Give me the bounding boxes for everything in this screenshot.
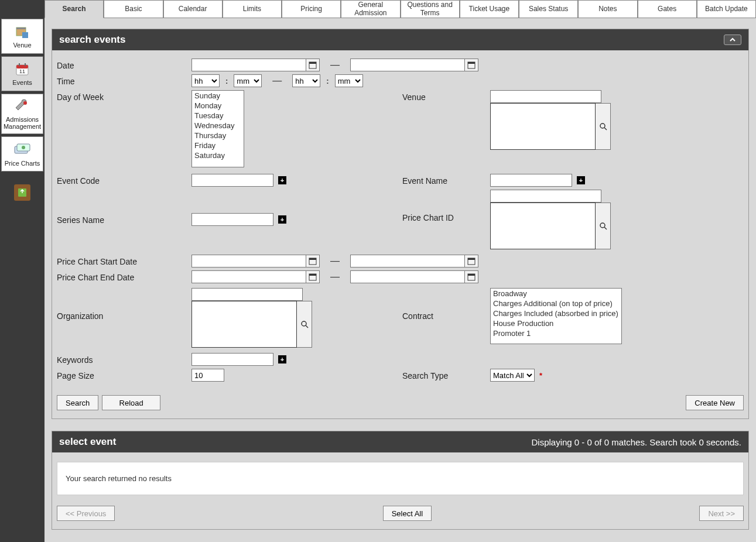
wrench-icon bbox=[14, 98, 30, 114]
pc-end-from-input[interactable] bbox=[191, 270, 306, 283]
price-chart-search-input[interactable] bbox=[490, 190, 601, 203]
time-from-hh-select[interactable]: hh bbox=[191, 74, 220, 87]
money-icon bbox=[14, 142, 30, 158]
tab-general-admission[interactable]: General Admission bbox=[341, 0, 400, 18]
calendar-picker-icon[interactable] bbox=[306, 270, 320, 283]
reload-button[interactable]: Reload bbox=[102, 395, 160, 410]
sidebar-label: Events bbox=[12, 79, 32, 86]
event-code-input[interactable] bbox=[191, 174, 273, 187]
svg-rect-29 bbox=[468, 274, 475, 276]
sidebar-label: Venue bbox=[13, 42, 31, 49]
price-chart-id-label: Price Chart ID bbox=[402, 190, 490, 222]
event-name-input[interactable] bbox=[490, 174, 572, 187]
svg-point-12 bbox=[22, 146, 25, 149]
series-label: Series Name bbox=[57, 213, 191, 225]
no-results-message: Your search returned no results bbox=[57, 462, 744, 495]
price-chart-search-list[interactable] bbox=[490, 203, 596, 249]
venue-search-input[interactable] bbox=[490, 90, 601, 103]
pc-start-to-input[interactable] bbox=[350, 255, 464, 267]
create-new-button[interactable]: Create New bbox=[686, 395, 744, 410]
collapse-icon[interactable] bbox=[724, 35, 741, 45]
day-of-week-list[interactable]: Sunday Monday Tuesday Wednesday Thursday… bbox=[191, 90, 244, 167]
tab-calendar[interactable]: Calendar bbox=[163, 0, 223, 18]
tab-batch-update[interactable]: Batch Update bbox=[697, 0, 756, 18]
plus-icon[interactable]: + bbox=[278, 176, 286, 184]
sidebar-label: Admissions Management bbox=[3, 116, 42, 130]
svg-point-20 bbox=[600, 223, 605, 228]
org-search-input[interactable] bbox=[191, 288, 303, 301]
pc-end-label: Price Chart End Date bbox=[57, 270, 191, 282]
svg-point-30 bbox=[302, 321, 306, 326]
select-all-button[interactable]: Select All bbox=[383, 506, 432, 521]
pc-end-to-input[interactable] bbox=[350, 270, 464, 283]
panel-header: select event Displaying 0 - 0 of 0 match… bbox=[52, 431, 748, 452]
sidebar-item-events[interactable]: 11 Events bbox=[1, 56, 43, 91]
sidebar-item-admissions[interactable]: Admissions Management bbox=[1, 94, 43, 134]
page-size-input[interactable] bbox=[191, 369, 224, 382]
pc-start-from-input[interactable] bbox=[191, 255, 306, 267]
plus-icon[interactable]: + bbox=[577, 176, 585, 184]
panel-header: search events bbox=[52, 29, 748, 50]
svg-line-31 bbox=[306, 325, 308, 328]
sidebar: Venue 11 Events Admissions Management Pr… bbox=[0, 0, 45, 542]
search-button[interactable]: Search bbox=[57, 395, 98, 410]
sidebar-item-pricecharts[interactable]: Price Charts bbox=[1, 136, 43, 171]
contract-list[interactable]: Broadway Charges Additional (on top of p… bbox=[490, 288, 622, 344]
svg-rect-2 bbox=[22, 32, 28, 38]
page-size-label: Page Size bbox=[57, 369, 191, 380]
svg-point-18 bbox=[600, 124, 605, 128]
time-to-hh-select[interactable]: hh bbox=[292, 74, 320, 87]
date-to-input[interactable] bbox=[350, 59, 464, 71]
svg-rect-27 bbox=[309, 274, 316, 276]
svg-rect-25 bbox=[468, 258, 475, 260]
svg-line-21 bbox=[604, 227, 607, 229]
venue-label: Venue bbox=[402, 90, 490, 102]
tab-sales-status[interactable]: Sales Status bbox=[519, 0, 578, 18]
search-type-label: Search Type bbox=[402, 369, 490, 380]
date-from-input[interactable] bbox=[191, 59, 306, 71]
previous-button[interactable]: << Previous bbox=[57, 506, 115, 521]
calendar-picker-icon[interactable] bbox=[464, 255, 478, 267]
calendar-picker-icon[interactable] bbox=[306, 59, 320, 71]
search-icon[interactable] bbox=[596, 103, 611, 150]
time-to-mm-select[interactable]: mm bbox=[335, 74, 363, 87]
event-name-label: Event Name bbox=[402, 174, 490, 186]
tab-ticket-usage[interactable]: Ticket Usage bbox=[460, 0, 519, 18]
tabstrip: Search Basic Calendar Limits Pricing Gen… bbox=[45, 0, 756, 18]
search-icon[interactable] bbox=[297, 301, 312, 348]
tab-notes[interactable]: Notes bbox=[578, 0, 637, 18]
time-label: Time bbox=[57, 74, 191, 86]
search-icon[interactable] bbox=[596, 203, 611, 249]
required-asterisk: * bbox=[539, 371, 542, 380]
tab-questions-terms[interactable]: Questions and Terms bbox=[401, 0, 460, 18]
keywords-input[interactable] bbox=[191, 353, 273, 366]
calendar-picker-icon[interactable] bbox=[306, 255, 320, 267]
svg-rect-17 bbox=[468, 62, 475, 64]
tab-basic[interactable]: Basic bbox=[104, 0, 163, 18]
org-search-list[interactable] bbox=[191, 301, 297, 348]
series-name-input[interactable] bbox=[191, 213, 273, 226]
calendar-picker-icon[interactable] bbox=[464, 270, 478, 283]
plus-icon[interactable]: + bbox=[278, 215, 286, 224]
svg-rect-7 bbox=[19, 63, 20, 66]
venue-search-list[interactable] bbox=[490, 103, 596, 150]
search-type-select[interactable]: Match All bbox=[490, 369, 535, 382]
next-button[interactable]: Next >> bbox=[699, 506, 744, 521]
tab-pricing[interactable]: Pricing bbox=[282, 0, 341, 18]
svg-rect-3 bbox=[16, 28, 26, 29]
tab-gates[interactable]: Gates bbox=[638, 0, 697, 18]
svg-text:11: 11 bbox=[19, 68, 25, 74]
svg-rect-15 bbox=[309, 62, 316, 64]
keywords-label: Keywords bbox=[57, 353, 191, 365]
time-from-mm-select[interactable]: mm bbox=[234, 74, 262, 87]
sidebar-item-venue[interactable]: Venue bbox=[1, 19, 43, 54]
tab-search[interactable]: Search bbox=[45, 0, 104, 18]
panel-title: search events bbox=[59, 34, 125, 46]
svg-rect-23 bbox=[309, 258, 316, 260]
exit-icon[interactable] bbox=[14, 184, 30, 201]
plus-icon[interactable]: + bbox=[278, 355, 286, 363]
calendar-icon: 11 bbox=[14, 61, 30, 77]
panel-title: select event bbox=[59, 436, 116, 448]
calendar-picker-icon[interactable] bbox=[464, 59, 478, 71]
tab-limits[interactable]: Limits bbox=[223, 0, 282, 18]
